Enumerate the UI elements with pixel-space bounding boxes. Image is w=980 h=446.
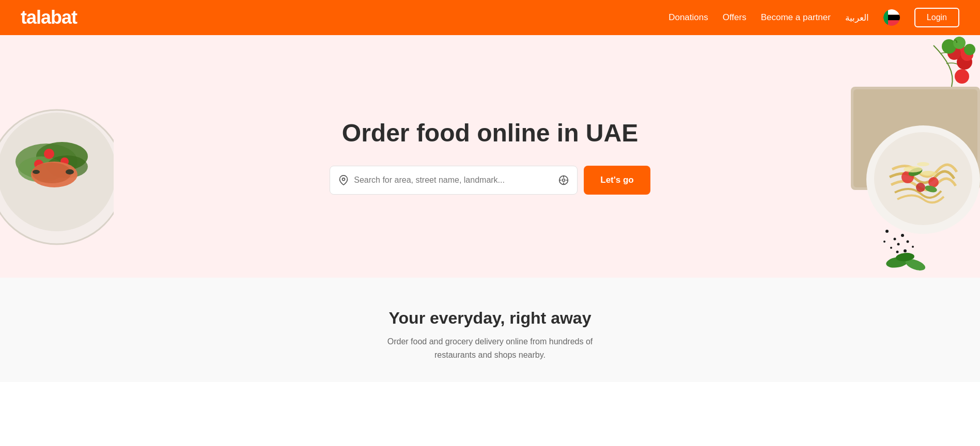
nav: Donations Offers Become a partner العربي…: [668, 8, 959, 27]
svg-point-19: [343, 178, 345, 180]
svg-point-50: [883, 241, 885, 243]
svg-point-47: [894, 238, 896, 241]
nav-become-partner[interactable]: Become a partner: [761, 12, 831, 23]
food-image-left: [0, 35, 124, 278]
svg-point-37: [917, 162, 929, 166]
svg-point-44: [953, 37, 966, 49]
svg-point-51: [907, 241, 909, 243]
location-pin-icon: [338, 175, 349, 185]
below-hero-subtitle: Order food and grocery delivery online f…: [382, 335, 599, 361]
svg-rect-2: [888, 9, 900, 15]
svg-point-55: [896, 251, 899, 253]
svg-point-35: [904, 166, 922, 172]
svg-rect-1: [883, 9, 888, 26]
svg-point-36: [921, 171, 936, 176]
login-button[interactable]: Login: [914, 8, 959, 27]
logo[interactable]: talabat: [21, 7, 77, 28]
hero-section: Order food online in UAE: [0, 35, 980, 278]
below-hero-title: Your everyday, right away: [21, 309, 959, 328]
svg-point-45: [964, 44, 975, 55]
svg-point-46: [885, 230, 889, 233]
nav-offers[interactable]: Offers: [723, 12, 746, 23]
lets-go-button[interactable]: Let's go: [584, 166, 650, 195]
svg-point-11: [44, 149, 54, 159]
svg-point-40: [955, 69, 969, 84]
svg-point-54: [912, 246, 914, 248]
svg-point-16: [66, 169, 74, 174]
search-input[interactable]: [354, 176, 553, 185]
header: talabat Donations Offers Become a partne…: [0, 0, 980, 35]
salad-plate-illustration: [0, 53, 114, 260]
food-image-right: [763, 35, 980, 278]
svg-point-53: [904, 249, 907, 252]
svg-rect-4: [888, 20, 900, 26]
nav-donations[interactable]: Donations: [668, 12, 708, 23]
hero-title: Order food online in UAE: [330, 119, 650, 147]
search-box: [330, 166, 578, 195]
svg-point-48: [901, 234, 904, 237]
below-hero-section: Your everyday, right away Order food and…: [0, 278, 980, 382]
gps-icon[interactable]: [558, 175, 569, 185]
svg-point-17: [33, 170, 40, 174]
svg-point-32: [916, 183, 925, 192]
hero-content: Order food online in UAE: [330, 119, 650, 195]
svg-point-21: [563, 179, 565, 181]
svg-point-52: [890, 247, 892, 249]
pasta-illustration: [773, 35, 980, 278]
svg-rect-3: [888, 15, 900, 21]
nav-arabic[interactable]: العربية: [845, 12, 869, 23]
search-row: Let's go: [330, 166, 650, 195]
svg-point-29: [874, 132, 972, 225]
country-flag[interactable]: [883, 9, 900, 26]
svg-point-49: [897, 243, 900, 246]
